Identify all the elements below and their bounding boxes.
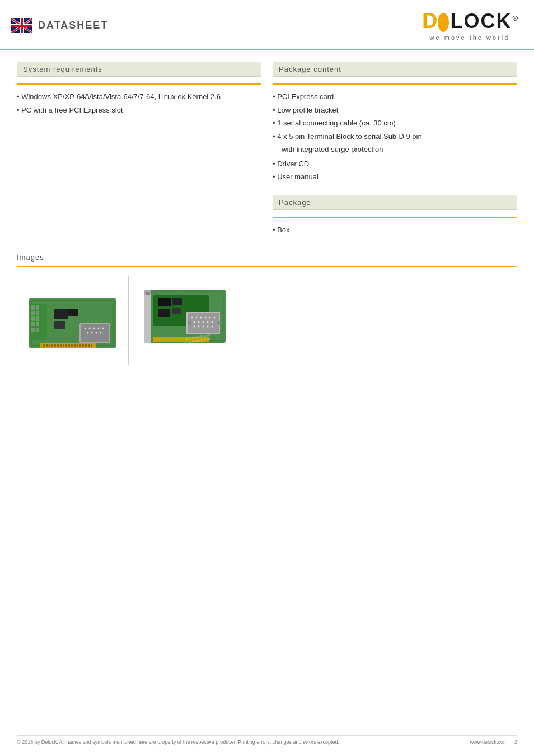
images-container: Low Profile Bracket Low Profile Bracket bbox=[17, 276, 517, 365]
svg-point-42 bbox=[96, 332, 97, 334]
package-content-header: Package content bbox=[273, 62, 517, 77]
svg-point-25 bbox=[32, 318, 34, 320]
svg-point-78 bbox=[198, 321, 199, 323]
svg-rect-51 bbox=[60, 344, 62, 347]
svg-point-75 bbox=[209, 317, 210, 319]
svg-point-39 bbox=[102, 328, 104, 329]
package-content-list2: Driver CD User manual bbox=[273, 157, 517, 184]
list-item: User manual bbox=[273, 170, 517, 184]
svg-point-79 bbox=[202, 321, 204, 323]
svg-rect-98 bbox=[172, 308, 181, 314]
svg-point-83 bbox=[198, 326, 199, 328]
svg-rect-52 bbox=[63, 344, 64, 347]
svg-rect-61 bbox=[88, 344, 90, 347]
logo-area: D LOCK® we move the world bbox=[422, 10, 517, 41]
svg-rect-60 bbox=[85, 344, 87, 347]
logo-lock-text: LOCK bbox=[450, 10, 512, 32]
svg-rect-70 bbox=[188, 313, 219, 333]
svg-rect-57 bbox=[77, 344, 78, 347]
svg-point-36 bbox=[89, 328, 91, 329]
svg-rect-54 bbox=[68, 344, 70, 347]
package-section: Package Box bbox=[273, 195, 517, 237]
footer: © 2013 by Delock. All names and symbols … bbox=[17, 735, 517, 745]
svg-rect-53 bbox=[65, 344, 67, 347]
logo-d: D bbox=[422, 9, 437, 32]
logo-circle bbox=[437, 12, 449, 33]
svg-rect-58 bbox=[79, 344, 81, 347]
images-section: Images bbox=[0, 248, 534, 376]
images-divider bbox=[17, 266, 517, 267]
list-item: PCI Express card bbox=[273, 90, 517, 104]
header-left: DATASHEET bbox=[11, 18, 108, 33]
list-item: PC with a free PCI Express slot bbox=[17, 104, 261, 117]
svg-rect-55 bbox=[71, 344, 73, 347]
svg-point-35 bbox=[85, 328, 86, 329]
svg-point-87 bbox=[188, 321, 191, 325]
flag-icon bbox=[11, 18, 32, 33]
right-column: Package content PCI Express card Low pro… bbox=[273, 62, 517, 236]
footer-copyright: © 2013 by Delock. All names and symbols … bbox=[17, 739, 339, 745]
list-item: Box bbox=[273, 223, 517, 237]
svg-rect-96 bbox=[172, 298, 182, 305]
svg-rect-49 bbox=[54, 344, 56, 347]
footer-website: www.delock.com bbox=[470, 739, 507, 745]
image-box-2: Low Profile Bracket Low Profile Bracket bbox=[129, 276, 241, 365]
svg-rect-62 bbox=[91, 344, 92, 347]
product-image-2: Low Profile Bracket Low Profile Bracket bbox=[136, 281, 234, 360]
svg-point-88 bbox=[217, 321, 221, 325]
svg-point-29 bbox=[36, 312, 39, 314]
svg-point-71 bbox=[191, 317, 193, 319]
svg-rect-8 bbox=[21, 18, 23, 33]
package-list: Box bbox=[273, 223, 517, 237]
system-requirements-divider bbox=[17, 83, 261, 85]
svg-point-43 bbox=[100, 332, 102, 334]
svg-rect-34 bbox=[81, 324, 109, 342]
svg-rect-89 bbox=[144, 290, 151, 343]
svg-rect-45 bbox=[43, 344, 45, 347]
svg-point-76 bbox=[213, 317, 215, 319]
svg-point-74 bbox=[204, 317, 206, 319]
svg-point-80 bbox=[207, 321, 208, 323]
svg-point-31 bbox=[36, 323, 39, 325]
svg-point-26 bbox=[32, 323, 34, 325]
list-item: Driver CD bbox=[273, 157, 517, 171]
svg-rect-97 bbox=[158, 309, 170, 317]
svg-point-28 bbox=[36, 306, 39, 309]
svg-rect-47 bbox=[49, 344, 50, 347]
product-image-1 bbox=[24, 281, 121, 360]
svg-point-30 bbox=[36, 318, 39, 320]
svg-rect-50 bbox=[57, 344, 59, 347]
list-item: 4 x 5 pin Terminal Block to serial Sub-D… bbox=[273, 130, 517, 143]
svg-rect-63 bbox=[54, 309, 68, 319]
footer-page-number: 2 bbox=[514, 739, 517, 745]
images-header: Images bbox=[17, 253, 517, 262]
svg-rect-65 bbox=[68, 309, 78, 316]
svg-rect-95 bbox=[158, 298, 171, 306]
package-content-indent: with integrated surge protection bbox=[273, 144, 517, 155]
svg-rect-46 bbox=[46, 344, 48, 347]
list-item: 1 serial connecting cable (ca. 30 cm) bbox=[273, 116, 517, 130]
svg-point-40 bbox=[87, 332, 88, 334]
svg-rect-64 bbox=[54, 321, 65, 329]
package-divider bbox=[273, 217, 517, 218]
svg-point-37 bbox=[93, 328, 95, 329]
svg-point-85 bbox=[207, 326, 208, 328]
datasheet-title: DATASHEET bbox=[38, 20, 108, 31]
svg-point-24 bbox=[32, 312, 34, 314]
left-column: System requirements Windows XP/XP-64/Vis… bbox=[17, 62, 261, 236]
system-requirements-header: System requirements bbox=[17, 62, 261, 77]
svg-point-72 bbox=[195, 317, 197, 319]
svg-point-84 bbox=[202, 326, 204, 328]
svg-point-23 bbox=[32, 306, 34, 309]
system-requirements-list: Windows XP/XP-64/Vista/Vista-64/7/7-64, … bbox=[17, 90, 261, 116]
svg-point-81 bbox=[211, 321, 213, 323]
svg-point-82 bbox=[193, 326, 195, 328]
image-box-1 bbox=[17, 276, 129, 365]
footer-website-page: www.delock.com 2 bbox=[470, 739, 517, 745]
svg-point-27 bbox=[32, 329, 34, 331]
package-header: Package bbox=[273, 195, 517, 210]
list-item: Low profile bracket bbox=[273, 104, 517, 117]
svg-point-86 bbox=[211, 326, 213, 328]
svg-rect-91 bbox=[146, 292, 150, 295]
logo-reg: ® bbox=[512, 14, 517, 22]
